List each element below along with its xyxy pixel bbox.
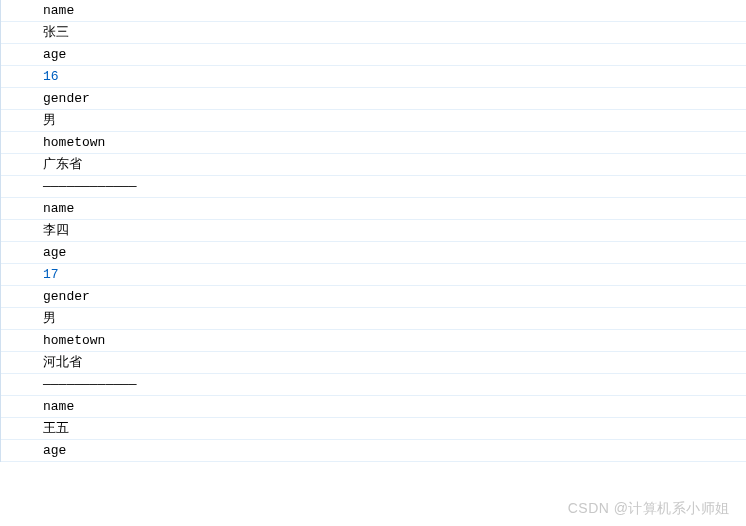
- field-key: name: [1, 396, 746, 418]
- field-key: name: [1, 0, 746, 22]
- field-value: 17: [1, 264, 746, 286]
- field-key: hometown: [1, 330, 746, 352]
- record-separator: ————————————: [1, 374, 746, 396]
- watermark-text: CSDN @计算机系小师姐: [568, 500, 730, 518]
- field-key: name: [1, 198, 746, 220]
- field-value: 张三: [1, 22, 746, 44]
- field-value: 王五: [1, 418, 746, 440]
- field-value: 河北省: [1, 352, 746, 374]
- field-key: age: [1, 242, 746, 264]
- field-key: age: [1, 440, 746, 462]
- field-key: gender: [1, 286, 746, 308]
- field-value: 男: [1, 308, 746, 330]
- field-value: 男: [1, 110, 746, 132]
- record-separator: ————————————: [1, 176, 746, 198]
- field-key: hometown: [1, 132, 746, 154]
- field-value: 广东省: [1, 154, 746, 176]
- field-value: 李四: [1, 220, 746, 242]
- field-value: 16: [1, 66, 746, 88]
- field-key: age: [1, 44, 746, 66]
- output-list: name 张三 age 16 gender 男 hometown 广东省 ———…: [0, 0, 746, 462]
- field-key: gender: [1, 88, 746, 110]
